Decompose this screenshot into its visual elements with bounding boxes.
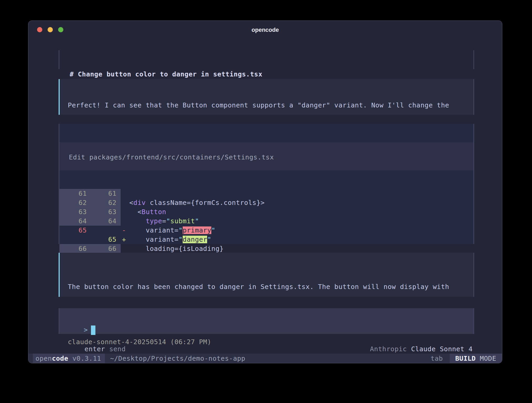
app-version-chip: opencode v0.3.11 — [33, 354, 105, 363]
working-directory: ~/Desktop/Projects/demo-notes-app — [110, 355, 245, 362]
prompt-symbol: > — [84, 326, 88, 334]
enter-key-hint: enter — [85, 345, 105, 353]
diff-new-line-number: 61 — [89, 189, 121, 198]
diff-old-line-number — [59, 235, 89, 244]
edit-tool-header: Edit packages/frontend/src/containers/Se… — [59, 142, 473, 170]
diff-new-line-number: 64 — [89, 216, 121, 226]
message-text-line: Perfect! I can see that the Button compo… — [68, 101, 473, 110]
window-title: opencode — [28, 27, 502, 33]
diff-old-line-number: 65 — [59, 226, 89, 235]
model-indicator: AnthropicClaude Sonnet 4 — [345, 338, 473, 346]
diff-code-line — [129, 189, 473, 198]
app-name-open: open — [35, 355, 52, 362]
provider-name: Anthropic — [370, 345, 407, 353]
diff-new-line-number — [89, 226, 121, 235]
diff-change-marker — [121, 198, 129, 207]
tab-key-hint[interactable]: tab — [431, 355, 443, 362]
diff-row: 65+ variant="danger" — [59, 235, 473, 244]
text-cursor — [91, 326, 95, 335]
model-name: Claude Sonnet 4 — [411, 345, 473, 353]
diff-change-marker: - — [121, 226, 129, 235]
assistant-message: Perfect! I can see that the Button compo… — [59, 79, 474, 115]
prompt-input[interactable]: > — [59, 308, 474, 334]
diff-new-line-number: 66 — [89, 244, 121, 253]
diff-old-line-number: 62 — [59, 198, 89, 207]
edit-tool-block: Edit packages/frontend/src/containers/Se… — [59, 124, 474, 244]
diff-code-line: <div className={formCs.controls}> — [129, 198, 473, 207]
diff-old-line-number: 66 — [59, 244, 89, 253]
diff-row: 65- variant="primary" — [59, 226, 473, 235]
session-title: # Change button color to danger in setti… — [70, 70, 463, 79]
diff-new-line-number: 65 — [89, 235, 121, 244]
diff-code-line: variant="primary" — [129, 226, 473, 235]
mode-chip[interactable]: BUILD MODE — [451, 354, 502, 363]
edit-file-path: packages/frontend/src/containers/Setting… — [89, 153, 274, 161]
diff-change-marker — [121, 189, 129, 198]
diff-row: 6161 — [59, 189, 473, 198]
edit-action-label: Edit — [69, 153, 89, 161]
diff-old-line-number: 63 — [59, 207, 89, 216]
diff-row: 6262<div className={formCs.controls}> — [59, 198, 473, 207]
diff-code-line: loading={isLoading} — [129, 244, 473, 253]
diff-row: 6363 <Button — [59, 207, 473, 216]
diff-change-marker — [121, 244, 129, 253]
diff-old-line-number: 61 — [59, 189, 89, 198]
mode-secondary: MODE — [476, 355, 496, 362]
app-name-code: code — [52, 355, 68, 362]
diff-code-line: variant="danger" — [129, 235, 473, 244]
message-text-line: The button color has been changed to dan… — [68, 282, 473, 291]
diff-new-line-number: 62 — [89, 198, 121, 207]
opencode-window: opencode # Change button color to danger… — [28, 20, 502, 363]
send-hint: entersend — [60, 338, 126, 346]
diff-row: 6464 type="submit" — [59, 216, 473, 226]
diff-code-line: <Button — [129, 207, 473, 216]
diff-new-line-number: 63 — [89, 207, 121, 216]
diff-change-marker — [121, 216, 129, 226]
diff-code-line: type="submit" — [129, 216, 473, 226]
hint-footer: entersend AnthropicClaude Sonnet 4 — [59, 338, 474, 346]
diff-old-line-number: 64 — [59, 216, 89, 226]
diff-change-marker: + — [121, 235, 129, 244]
diff-change-marker — [121, 207, 129, 216]
diff-row: 6666 loading={isLoading} — [59, 244, 473, 253]
send-action-hint: send — [109, 345, 126, 353]
status-bar: opencode v0.3.11 ~/Desktop/Projects/demo… — [28, 354, 502, 363]
mode-primary: BUILD — [455, 355, 476, 362]
window-titlebar: opencode — [28, 21, 502, 36]
app-version: v0.3.11 — [68, 355, 101, 362]
session-header: # Change button color to danger in setti… — [59, 50, 474, 69]
assistant-message: The button color has been changed to dan… — [59, 253, 474, 297]
